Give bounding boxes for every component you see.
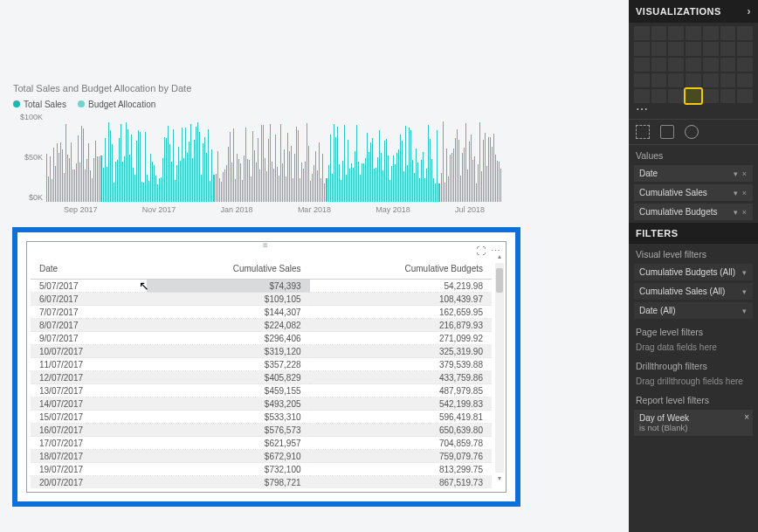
chevron-down-icon[interactable]: ▾	[742, 307, 748, 315]
legend-item: Total Sales	[13, 100, 66, 109]
viz-type-icon[interactable]	[668, 89, 684, 103]
col-header-budgets[interactable]: Cumulative Budgets	[310, 261, 492, 280]
format-tab-icon[interactable]	[660, 125, 674, 139]
drag-handle-icon[interactable]: ≡	[27, 242, 506, 249]
viz-type-icon[interactable]	[737, 58, 753, 72]
viz-type-icon[interactable]	[703, 42, 719, 56]
field-well[interactable]: Cumulative Sales▾ ×	[634, 184, 753, 201]
viz-type-icon[interactable]	[668, 58, 684, 72]
viz-type-icon[interactable]	[668, 42, 684, 56]
table-row[interactable]: 11/07/2017$357,228379,539.88	[31, 358, 492, 371]
viz-type-icon[interactable]	[703, 26, 719, 40]
visual-filter-pill[interactable]: Cumulative Sales (All)▾	[634, 283, 753, 300]
col-header-sales[interactable]: Cumulative Sales	[147, 261, 309, 280]
x-tick: May 2018	[376, 205, 410, 214]
vertical-scrollbar[interactable]: ▴ ▾	[495, 263, 504, 473]
field-well-label: Date	[639, 169, 658, 178]
page-filters-label: Page level filters	[629, 321, 758, 339]
viz-type-icon[interactable]	[720, 89, 736, 103]
viz-type-icon[interactable]	[737, 89, 753, 103]
analytics-tab-icon[interactable]	[685, 125, 699, 139]
field-well-menu-icon[interactable]: ▾ ×	[734, 208, 748, 217]
field-well[interactable]: Cumulative Budgets▾ ×	[634, 204, 753, 220]
table-row[interactable]: 19/07/2017$732,100813,299.75	[31, 463, 492, 476]
visual-filter-pill[interactable]: Cumulative Budgets (All)▾	[634, 264, 753, 280]
table-visual-icon[interactable]	[686, 89, 701, 103]
viz-type-icon[interactable]	[634, 26, 650, 40]
viz-type-icon[interactable]	[634, 42, 650, 56]
table-row[interactable]: 10/07/2017$319,120325,319.90	[31, 345, 492, 358]
viz-type-icon[interactable]	[737, 26, 753, 40]
chevron-right-icon[interactable]: ›	[748, 5, 752, 17]
y-tick: $0K	[13, 193, 43, 202]
viz-type-icon[interactable]	[651, 58, 667, 72]
table-row[interactable]: 15/07/2017$533,310596,419.81	[31, 411, 492, 424]
viz-type-icon[interactable]	[651, 42, 667, 56]
page-filters-drop[interactable]: Drag data fields here	[629, 339, 758, 356]
table-row[interactable]: 14/07/2017$493,205542,199.83	[31, 397, 492, 411]
viz-type-icon[interactable]	[737, 42, 753, 56]
table-row[interactable]: 7/07/2017$144,307162,659.95	[31, 306, 492, 319]
viz-type-icon[interactable]	[737, 73, 753, 87]
focus-mode-icon[interactable]: ⛶	[476, 245, 486, 257]
chart-visual[interactable]: Total Sales and Budget Allocation by Dat…	[13, 83, 502, 227]
table-row[interactable]: 12/07/2017$405,829433,759.86	[31, 371, 492, 384]
field-well-menu-icon[interactable]: ▾ ×	[734, 169, 748, 178]
filter-pill-label: Cumulative Budgets (All)	[639, 267, 735, 277]
cell-date: 14/07/2017	[31, 397, 147, 411]
viz-type-icon[interactable]	[686, 42, 701, 56]
scroll-up-icon[interactable]: ▴	[495, 252, 504, 261]
field-well[interactable]: Date▾ ×	[634, 165, 753, 182]
viz-type-icon[interactable]	[651, 73, 667, 87]
chevron-down-icon[interactable]: ▾	[742, 268, 748, 277]
viz-type-icon[interactable]	[668, 73, 684, 87]
table-row[interactable]: 20/07/2017$798,721867,519.73	[31, 476, 492, 489]
close-icon[interactable]: ×	[744, 412, 749, 422]
table-visual[interactable]: ≡ ⛶ ⋯ Date Cumulative Sales Cumulative B…	[26, 241, 506, 493]
filters-header[interactable]: FILTERS	[629, 223, 758, 244]
table-row[interactable]: 6/07/2017$109,105108,439.97	[31, 293, 492, 306]
visualizations-pane[interactable]: VISUALIZATIONS › ⋯ Values Date▾ ×Cumulat…	[629, 0, 758, 532]
table-row[interactable]: 9/07/2017$296,406271,099.92	[31, 332, 492, 345]
visual-filter-pill[interactable]: Date (All)▾	[634, 302, 753, 319]
viz-type-icon[interactable]	[686, 73, 701, 87]
x-tick: Jan 2018	[221, 205, 253, 214]
drillthrough-label: Drillthrough filters	[629, 356, 758, 373]
table-row[interactable]: 16/07/2017$576,573650,639.80	[31, 424, 492, 437]
viz-type-icon[interactable]	[686, 26, 701, 40]
viz-type-icon[interactable]	[703, 73, 719, 87]
table-row[interactable]: 5/07/2017$74,39354,219.98	[31, 280, 492, 293]
more-visuals-icon[interactable]: ⋯	[629, 103, 758, 119]
viz-type-icon[interactable]	[651, 89, 667, 103]
viz-type-icon[interactable]	[720, 58, 736, 72]
scroll-thumb[interactable]	[496, 268, 503, 293]
viz-type-icon[interactable]	[703, 89, 719, 103]
table-row[interactable]: 8/07/2017$224,082216,879.93	[31, 319, 492, 332]
viz-type-icon[interactable]	[720, 73, 736, 87]
scroll-down-icon[interactable]: ▾	[495, 474, 504, 483]
viz-type-icon[interactable]	[686, 58, 701, 72]
col-header-date[interactable]: Date	[31, 261, 147, 280]
viz-type-icon[interactable]	[651, 26, 667, 40]
viz-type-icon[interactable]	[634, 89, 650, 103]
viz-type-icon[interactable]	[634, 58, 650, 72]
visualization-picker[interactable]	[629, 23, 758, 103]
field-well-menu-icon[interactable]: ▾ ×	[734, 189, 748, 197]
table-row[interactable]: 18/07/2017$672,910759,079.76	[31, 450, 492, 463]
report-canvas[interactable]: Total Sales and Budget Allocation by Dat…	[0, 0, 629, 532]
viz-type-icon[interactable]	[634, 73, 650, 87]
table-body[interactable]: Date Cumulative Sales Cumulative Budgets…	[31, 261, 492, 488]
drillthrough-drop[interactable]: Drag drillthrough fields here	[629, 373, 758, 390]
visualizations-header[interactable]: VISUALIZATIONS ›	[629, 0, 758, 23]
viz-type-icon[interactable]	[703, 58, 719, 72]
viz-type-icon[interactable]	[720, 26, 736, 40]
chevron-down-icon[interactable]: ▾	[742, 287, 748, 296]
fields-tab-icon[interactable]	[636, 125, 650, 139]
viz-type-icon[interactable]	[668, 26, 684, 40]
chart-plot-area[interactable]: $100K $50K $0K	[46, 113, 502, 202]
report-filter-pill[interactable]: × Day of Week is not (Blank)	[634, 410, 753, 436]
viz-type-icon[interactable]	[720, 42, 736, 56]
table-row[interactable]: 13/07/2017$459,155487,979.85	[31, 384, 492, 397]
table-row[interactable]: 17/07/2017$621,957704,859.78	[31, 437, 492, 450]
cell-sales: $533,310	[147, 411, 309, 424]
